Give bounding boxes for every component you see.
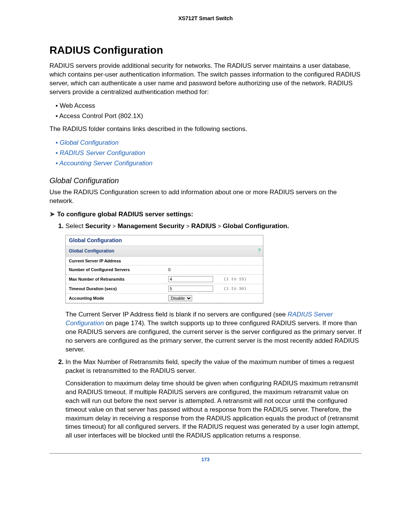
intro-bullet-list: Web Access Access Control Port (802.1X) xyxy=(56,101,362,121)
select-accounting-mode[interactable]: Disable xyxy=(168,295,192,301)
row-label-current-server-ip: Current Server IP Address xyxy=(66,257,165,265)
breadcrumb-sep: > xyxy=(113,224,116,230)
figure-panel-title: Global Configuration xyxy=(69,248,114,254)
breadcrumb-sep: > xyxy=(186,224,189,230)
footer-rule xyxy=(49,453,362,454)
table-row: Current Server IP Address xyxy=(66,257,263,265)
folder-description: The RADIUS folder contains links describ… xyxy=(49,125,362,134)
link-radius-server-configuration[interactable]: RADIUS Server Configuration xyxy=(56,148,362,158)
input-max-retransmits[interactable] xyxy=(168,276,213,282)
breadcrumb-security: Security xyxy=(85,222,111,230)
range-max-retransmits: (1 to 15) xyxy=(221,275,263,284)
step-2: In the Max Number of Retransmits field, … xyxy=(65,358,362,440)
range-cell xyxy=(221,257,263,265)
value-current-server-ip xyxy=(165,257,221,265)
intro-paragraph: RADIUS servers provide additional securi… xyxy=(49,62,362,97)
row-label-timeout-duration: Timeout Duration (secs) xyxy=(66,284,165,294)
breadcrumb-radius: RADIUS xyxy=(191,222,216,230)
link-global-configuration[interactable]: Global Configuration xyxy=(56,137,362,148)
breadcrumb-sep: > xyxy=(218,224,221,230)
input-timeout-duration[interactable] xyxy=(168,286,213,292)
procedure-heading: ➤To configure global RADIUS server setti… xyxy=(49,210,362,218)
table-row: Timeout Duration (secs) (1 to 30) xyxy=(66,284,263,294)
bullet-access-control-port: Access Control Port (802.1X) xyxy=(56,111,362,121)
section-heading-radius-configuration: RADIUS Configuration xyxy=(49,44,362,56)
row-label-num-configured-servers: Number of Configured Servers xyxy=(66,265,165,275)
subsection-heading-global-configuration: Global Configuration xyxy=(49,176,362,185)
step1-prefix: Select xyxy=(65,222,85,230)
step1-followup-paragraph: The Current Server IP Address field is b… xyxy=(65,310,362,354)
help-icon[interactable]: ? xyxy=(258,247,261,254)
value-num-configured-servers: 0 xyxy=(165,265,221,275)
config-table: Current Server IP Address Number of Conf… xyxy=(66,257,263,304)
table-row: Max Number of Retransmits (1 to 15) xyxy=(66,275,263,284)
breadcrumb-global-configuration: Global Configuration. xyxy=(223,222,289,230)
row-label-accounting-mode: Accounting Mode xyxy=(66,294,165,303)
step2-text: In the Max Number of Retransmits field, … xyxy=(65,358,362,375)
page-number: 173 xyxy=(49,457,362,462)
row-label-max-retransmits: Max Number of Retransmits xyxy=(66,275,165,284)
screenshot-global-configuration: Global Configuration Global Configuratio… xyxy=(65,235,263,304)
link-accounting-server-configuration[interactable]: Accounting Server Configuration xyxy=(56,158,362,168)
figure-panel-header: Global Configuration ? xyxy=(66,246,263,256)
arrow-icon: ➤ xyxy=(49,211,55,218)
range-cell xyxy=(221,265,263,275)
range-cell xyxy=(221,294,263,303)
step-1: Select Security > Management Security > … xyxy=(65,222,362,354)
global-config-intro: Use the RADIUS Configuration screen to a… xyxy=(49,188,362,206)
section-link-list: Global Configuration RADIUS Server Confi… xyxy=(56,137,362,169)
range-timeout-duration: (1 to 30) xyxy=(221,284,263,294)
procedure-steps: Select Security > Management Security > … xyxy=(49,222,362,441)
header-product-name: XS712T Smart Switch xyxy=(49,15,362,21)
document-page: XS712T Smart Switch RADIUS Configuration… xyxy=(0,0,411,532)
step2-followup-paragraph: Consideration to maximum delay time shou… xyxy=(65,379,362,441)
bullet-web-access: Web Access xyxy=(56,101,362,111)
breadcrumb-management-security: Management Security xyxy=(118,222,185,230)
table-row: Number of Configured Servers 0 xyxy=(66,265,263,275)
table-row: Accounting Mode Disable xyxy=(66,294,263,303)
figure-title: Global Configuration xyxy=(66,235,263,246)
